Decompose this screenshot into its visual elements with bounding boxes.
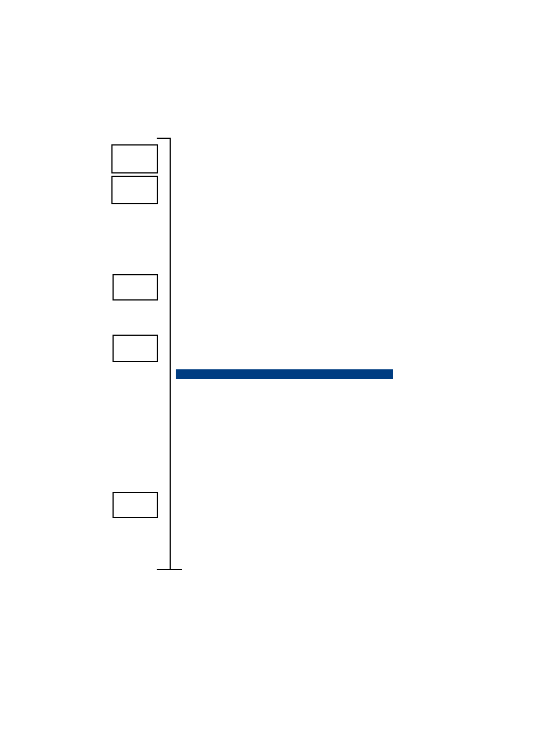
highlight-bar	[176, 369, 393, 379]
box-5	[113, 492, 158, 518]
box-1	[111, 144, 158, 173]
box-3	[113, 274, 158, 300]
bracket-top-tick	[157, 138, 171, 139]
box-2	[111, 176, 158, 204]
bracket-vertical-line	[170, 138, 171, 570]
box-4	[113, 335, 158, 362]
bracket-bottom-tick	[157, 569, 182, 570]
